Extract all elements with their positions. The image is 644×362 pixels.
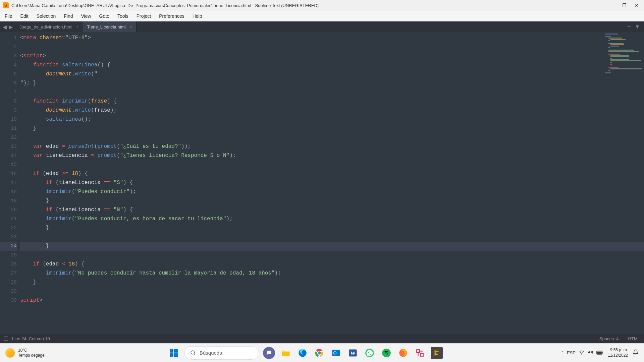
close-button[interactable]: ✕ bbox=[635, 3, 639, 8]
minimize-button[interactable]: — bbox=[609, 3, 614, 8]
taskbar-chat-icon[interactable] bbox=[263, 347, 275, 359]
status-bar: Line 24, Column 10 Spaces: 4 HTML bbox=[0, 334, 644, 343]
taskbar-date: 11/12/2022 bbox=[608, 353, 628, 358]
tab-add-icon[interactable]: + bbox=[628, 24, 631, 30]
taskbar-edge-icon[interactable] bbox=[297, 347, 309, 359]
window-titlebar: S C:\Users\Maria Camila Luna\Desktop\ONE… bbox=[0, 0, 644, 11]
minimap[interactable] bbox=[605, 34, 642, 80]
taskbar-word-icon[interactable]: W bbox=[347, 347, 359, 359]
tab-label: Tiene_Licencia.html bbox=[87, 24, 126, 29]
statusbar-checkbox[interactable] bbox=[4, 337, 8, 341]
windows-taskbar: 10°C Temps dégagé Búsqueda W bbox=[0, 343, 644, 362]
svg-rect-24 bbox=[597, 351, 601, 354]
line-number-gutter: 1234567891011121314151617181920212223242… bbox=[0, 32, 20, 334]
taskbar-start-button[interactable] bbox=[168, 347, 180, 359]
taskbar-sublime-icon[interactable] bbox=[431, 347, 443, 359]
menu-find[interactable]: Find bbox=[60, 12, 77, 20]
taskbar-datetime[interactable]: 9:55 p. m. 11/12/2022 bbox=[608, 348, 628, 358]
status-position: Line 24, Column 10 bbox=[12, 336, 50, 341]
menu-project[interactable]: Project bbox=[132, 12, 155, 20]
code-content[interactable]: <meta charset="UTF-8"> <script> function… bbox=[20, 32, 644, 334]
taskbar-whatsapp-icon[interactable] bbox=[364, 347, 376, 359]
app-icon: S bbox=[3, 2, 9, 8]
menu-help[interactable]: Help bbox=[189, 12, 206, 20]
systray-language[interactable]: ESP bbox=[567, 350, 576, 355]
taskbar-snip-icon[interactable] bbox=[414, 347, 426, 359]
weather-moon-icon bbox=[5, 348, 15, 358]
tab-close-icon[interactable]: × bbox=[76, 24, 79, 29]
svg-line-5 bbox=[194, 354, 196, 355]
svg-point-4 bbox=[191, 351, 195, 354]
svg-text:W: W bbox=[350, 350, 355, 356]
svg-point-8 bbox=[318, 351, 321, 354]
status-syntax[interactable]: HTML bbox=[628, 336, 640, 341]
taskbar-outlook-icon[interactable] bbox=[330, 347, 342, 359]
menu-preferences[interactable]: Preferences bbox=[155, 12, 188, 20]
systray-wifi-icon[interactable] bbox=[579, 350, 584, 356]
taskbar-chrome-icon[interactable] bbox=[313, 347, 325, 359]
menu-edit[interactable]: Edit bbox=[16, 12, 33, 20]
menu-bar: File Edit Selection Find View Goto Tools… bbox=[0, 11, 644, 21]
editor-area[interactable]: 1234567891011121314151617181920212223242… bbox=[0, 32, 644, 334]
tab-nav-next-icon[interactable]: ▶ bbox=[9, 24, 13, 30]
svg-rect-2 bbox=[170, 353, 173, 357]
tab-nav-prev-icon[interactable]: ◀ bbox=[3, 24, 7, 30]
svg-point-21 bbox=[581, 354, 582, 354]
tab-tiene-licencia[interactable]: Tiene_Licencia.html × bbox=[83, 21, 137, 32]
search-icon bbox=[190, 350, 196, 356]
tab-label: Juego_de_adivinacion.html bbox=[19, 24, 72, 29]
svg-rect-0 bbox=[170, 349, 173, 353]
menu-tools[interactable]: Tools bbox=[113, 12, 132, 20]
svg-rect-18 bbox=[420, 353, 423, 356]
svg-rect-1 bbox=[174, 349, 178, 353]
menu-goto[interactable]: Goto bbox=[95, 12, 113, 20]
systray-battery-icon[interactable] bbox=[596, 350, 603, 356]
menu-view[interactable]: View bbox=[77, 12, 95, 20]
tab-juego[interactable]: Juego_de_adivinacion.html × bbox=[15, 21, 83, 32]
menu-file[interactable]: File bbox=[1, 12, 16, 20]
weather-temp: 10°C bbox=[18, 348, 45, 353]
taskbar-firefox-icon[interactable] bbox=[397, 347, 409, 359]
systray-volume-icon[interactable] bbox=[588, 350, 593, 356]
search-placeholder: Búsqueda bbox=[200, 350, 222, 356]
taskbar-time: 9:55 p. m. bbox=[610, 348, 628, 353]
tab-menu-icon[interactable]: ▼ bbox=[635, 24, 640, 30]
weather-desc: Temps dégagé bbox=[18, 353, 45, 358]
taskbar-weather[interactable]: 10°C Temps dégagé bbox=[5, 348, 72, 358]
menu-selection[interactable]: Selection bbox=[33, 12, 60, 20]
taskbar-search[interactable]: Búsqueda bbox=[184, 346, 258, 360]
svg-point-11 bbox=[334, 352, 336, 354]
svg-rect-3 bbox=[174, 353, 178, 357]
taskbar-explorer-icon[interactable] bbox=[280, 347, 292, 359]
systray-chevron-icon[interactable]: ˄ bbox=[561, 350, 564, 356]
svg-rect-23 bbox=[602, 352, 603, 353]
status-spaces[interactable]: Spaces: 4 bbox=[599, 336, 619, 341]
tab-bar: ◀ ▶ Juego_de_adivinacion.html × Tiene_Li… bbox=[0, 21, 644, 32]
svg-rect-17 bbox=[417, 350, 420, 353]
tab-close-icon[interactable]: × bbox=[130, 24, 132, 29]
maximize-button[interactable]: ❐ bbox=[622, 3, 627, 8]
taskbar-spotify-icon[interactable] bbox=[380, 347, 392, 359]
systray-notifications-icon[interactable] bbox=[633, 349, 639, 356]
window-title: C:\Users\Maria Camila Luna\Desktop\ONE_A… bbox=[11, 3, 609, 8]
